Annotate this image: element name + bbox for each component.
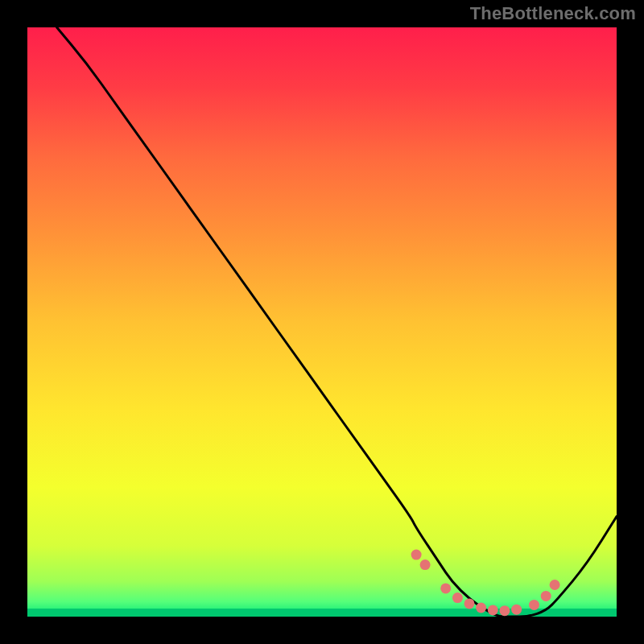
sweet-spot-dot — [440, 583, 451, 593]
sweet-spot-dot — [529, 600, 539, 610]
sweet-spot-dot — [499, 605, 510, 616]
chart-stage: TheBottleneck.com — [0, 0, 644, 644]
sweet-spot-dot — [452, 592, 463, 603]
sweet-spot-dot — [550, 580, 560, 590]
sweet-spot-dot — [488, 605, 498, 615]
sweet-spot-dot — [511, 605, 522, 615]
sweet-spot-dot — [541, 591, 551, 601]
chart-margin-left — [0, 0, 27, 644]
chart-margin-right — [617, 0, 644, 644]
chart-margin-bottom — [0, 617, 644, 644]
sweet-spot-dot — [476, 603, 486, 613]
bottleneck-curve-chart — [0, 0, 644, 644]
sweet-spot-dot — [420, 559, 431, 570]
watermark-label: TheBottleneck.com — [470, 3, 636, 24]
sweet-spot-dot — [464, 598, 475, 609]
chart-gradient-bg — [27, 27, 617, 617]
sweet-spot-dot — [411, 550, 422, 560]
